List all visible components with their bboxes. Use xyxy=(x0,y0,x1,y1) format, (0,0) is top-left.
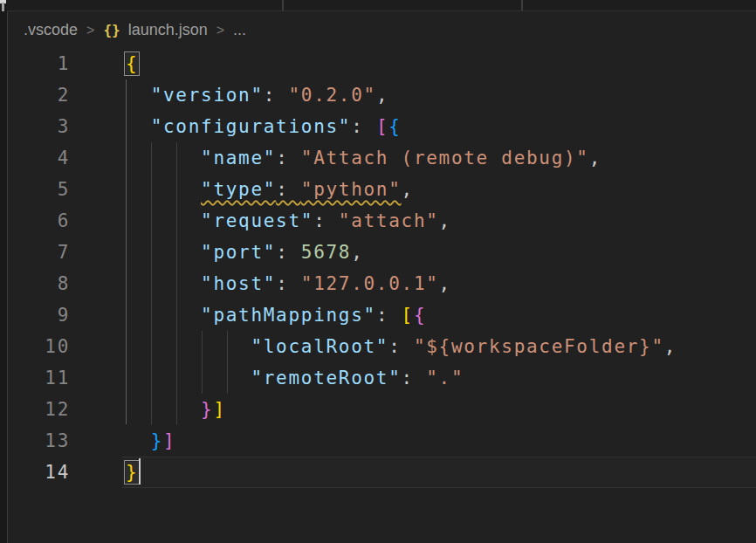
breadcrumb-symbol-more[interactable]: ... xyxy=(233,21,246,39)
tab-divider xyxy=(282,0,284,10)
code-token: } xyxy=(201,399,213,420)
code-token: : xyxy=(388,336,414,357)
code-token: { xyxy=(388,116,401,137)
code-token: "attach" xyxy=(339,210,439,231)
code-line[interactable]: { xyxy=(0,48,756,79)
code-token: : xyxy=(264,85,289,106)
code-token: : xyxy=(376,305,402,326)
code-line[interactable]: } xyxy=(0,457,756,488)
breadcrumb-folder[interactable]: .vscode xyxy=(24,21,78,39)
code-line[interactable]: "port": 5678, xyxy=(0,237,756,268)
code-token: ] xyxy=(213,399,225,420)
code-line[interactable]: "localRoot": "${workspaceFolder}", xyxy=(0,331,756,362)
code-token: "configurations" xyxy=(151,116,352,137)
code-token: "0.2.0" xyxy=(288,85,375,106)
code-line[interactable]: "remoteRoot": "." xyxy=(0,362,756,394)
text-cursor xyxy=(139,458,141,485)
code-token: "127.0.0.1" xyxy=(301,273,439,294)
tab-divider xyxy=(521,0,523,10)
code-token: "remoteRoot" xyxy=(251,368,401,388)
chevron-right-icon: > xyxy=(216,23,224,38)
code-token: , xyxy=(351,242,363,263)
code-token: "." xyxy=(426,368,464,388)
code-token: [ xyxy=(376,116,388,137)
code-token: 5678 xyxy=(301,242,351,263)
code-token: , xyxy=(589,148,601,168)
code-token: "localRoot" xyxy=(251,336,388,357)
code-token: : xyxy=(351,116,376,137)
code-token: , xyxy=(664,336,677,357)
code-line[interactable]: }] xyxy=(0,394,756,425)
code-token: : xyxy=(276,148,301,168)
matched-bracket: { xyxy=(126,53,138,74)
code-token: , xyxy=(376,85,388,106)
breadcrumb-file[interactable]: launch.json xyxy=(128,21,208,39)
code-token: "${workspaceFolder}" xyxy=(414,336,664,357)
code-token: , xyxy=(439,210,451,231)
code-token: [ xyxy=(402,305,414,326)
code-content[interactable]: { "version": "0.2.0", "configurations": … xyxy=(0,48,756,488)
json-file-icon: {} xyxy=(103,22,120,38)
code-token: , xyxy=(402,179,414,200)
code-token: } xyxy=(151,430,163,451)
code-token: : xyxy=(276,242,301,263)
code-line[interactable]: "type": "python", xyxy=(0,174,756,205)
code-editor[interactable]: 1234567891011121314 { "version": "0.2.0"… xyxy=(0,48,756,543)
code-token: : xyxy=(313,210,339,231)
code-line[interactable]: "request": "attach", xyxy=(0,205,756,237)
code-token: "request" xyxy=(201,210,313,231)
code-token: "pathMappings" xyxy=(201,305,376,326)
code-token: "Attach (remote debug)" xyxy=(301,148,589,168)
matched-bracket: } xyxy=(126,462,138,483)
code-token: { xyxy=(414,305,426,326)
code-token: : xyxy=(276,179,301,200)
code-line[interactable]: "host": "127.0.0.1", xyxy=(0,268,756,299)
code-line[interactable]: }] xyxy=(0,425,756,457)
code-token: "host" xyxy=(201,273,276,294)
code-token: : xyxy=(276,273,301,294)
code-line[interactable]: "name": "Attach (remote debug)", xyxy=(0,142,756,174)
code-token: "python" xyxy=(301,179,402,200)
code-line[interactable]: "configurations": [{ xyxy=(0,111,756,142)
tab-bar[interactable] xyxy=(7,0,756,11)
code-token: "port" xyxy=(201,242,276,263)
code-token: "name" xyxy=(201,148,276,168)
chevron-right-icon: > xyxy=(86,23,94,38)
code-line[interactable]: "version": "0.2.0", xyxy=(0,79,756,111)
code-token: , xyxy=(439,273,451,294)
window-corner-artifact xyxy=(2,3,4,11)
code-token: ] xyxy=(163,430,175,451)
code-line[interactable]: "pathMappings": [{ xyxy=(0,299,756,331)
breadcrumb: .vscode > {} launch.json > ... xyxy=(7,12,756,48)
code-token: "version" xyxy=(151,85,264,106)
code-token: "type" xyxy=(201,179,276,200)
code-token: : xyxy=(402,368,427,388)
